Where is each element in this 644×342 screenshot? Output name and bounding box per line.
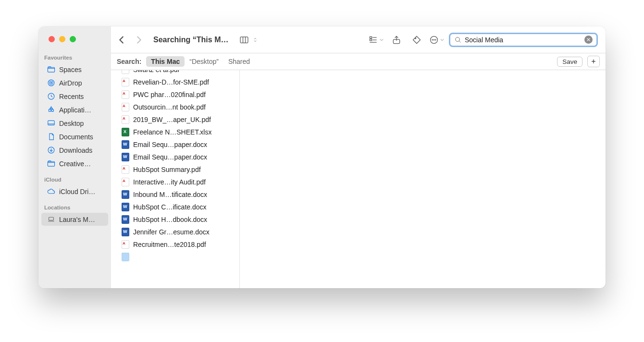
file-name: Freelance N…SHEET.xlsx xyxy=(133,128,211,136)
list-item[interactable]: HubSpot Summary.pdf xyxy=(111,163,239,176)
sidebar-item-label: Desktop xyxy=(59,120,84,127)
xlsx-file-icon xyxy=(122,128,129,136)
folder-icon xyxy=(47,65,55,73)
more-button[interactable] xyxy=(429,33,445,47)
svg-rect-17 xyxy=(370,39,372,40)
sidebar-item-label: Laura's M… xyxy=(59,216,95,223)
file-name: Swartz et al.pdf xyxy=(133,70,180,73)
pdf-file-icon xyxy=(122,78,129,86)
results-column[interactable]: Swartz et al.pdfRevelian-D…for-SME.pdfPW… xyxy=(111,70,240,288)
scope-this-mac[interactable]: This Mac xyxy=(146,56,185,67)
list-item[interactable]: Revelian-D…for-SME.pdf xyxy=(111,76,239,88)
list-item[interactable]: Email Sequ…paper.docx xyxy=(111,138,239,151)
docx-file-icon xyxy=(122,228,129,236)
group-icon xyxy=(368,35,379,45)
add-search-rule-button[interactable]: + xyxy=(587,56,600,67)
sidebar-heading: Locations xyxy=(38,203,111,212)
sidebar-item-icloud-dri-[interactable]: iCloud Dri… xyxy=(41,185,108,198)
tag-icon xyxy=(411,35,422,45)
sidebar-item-label: AirDrop xyxy=(59,79,82,87)
sidebar-item-documents[interactable]: Documents xyxy=(41,130,108,143)
toolbar: Searching “This M… xyxy=(111,26,606,53)
file-name: HubSpot C…ificate.docx xyxy=(133,203,207,211)
search-scope-label: Search: xyxy=(117,58,141,65)
list-item[interactable]: HubSpot C…ificate.docx xyxy=(111,201,239,213)
view-mode-button[interactable] xyxy=(236,35,261,45)
close-window-button[interactable] xyxy=(49,36,55,42)
main-pane: Searching “This M… xyxy=(111,26,606,288)
share-button[interactable] xyxy=(388,33,405,47)
sidebar-item-downloads[interactable]: Downloads xyxy=(41,144,108,157)
list-item[interactable]: Inbound M…tificate.docx xyxy=(111,188,239,201)
list-item[interactable]: Freelance N…SHEET.xlsx xyxy=(111,126,239,138)
file-name: Interactive…ity Audit.pdf xyxy=(133,178,206,186)
svg-point-22 xyxy=(415,37,416,38)
chevron-down-icon xyxy=(439,35,445,45)
list-item[interactable] xyxy=(111,251,239,263)
apps-icon xyxy=(47,106,55,114)
list-item[interactable]: Outsourcin…nt book.pdf xyxy=(111,101,239,113)
list-item[interactable]: Interactive…ity Audit.pdf xyxy=(111,176,239,188)
file-name: Inbound M…tificate.docx xyxy=(133,191,207,198)
sidebar-item-spaces[interactable]: Spaces xyxy=(41,63,108,76)
tags-button[interactable] xyxy=(409,33,425,47)
pdf-file-icon xyxy=(122,103,129,111)
sidebar-item-airdrop[interactable]: AirDrop xyxy=(41,76,108,89)
svg-rect-16 xyxy=(370,37,372,38)
sidebar-item-label: Creative… xyxy=(59,160,91,168)
back-button[interactable] xyxy=(115,33,128,47)
group-button[interactable] xyxy=(368,33,384,47)
list-item[interactable]: HubSpot H…dbook.docx xyxy=(111,213,239,226)
laptop-icon xyxy=(47,215,55,223)
minimize-window-button[interactable] xyxy=(59,36,65,42)
docx-file-icon xyxy=(122,215,129,224)
list-item[interactable]: Email Sequ…paper.docx xyxy=(111,151,239,163)
scope-shared[interactable]: Shared xyxy=(223,56,255,67)
window-title: Searching “This M… xyxy=(149,36,232,44)
doc-icon xyxy=(47,133,55,141)
svg-point-25 xyxy=(433,39,434,40)
clock-icon xyxy=(47,92,55,100)
file-name: Revelian-D…for-SME.pdf xyxy=(133,78,209,86)
file-name: 2019_BW_…aper_UK.pdf xyxy=(133,116,211,123)
sidebar-item-desktop[interactable]: Desktop xyxy=(41,117,108,130)
sidebar-item-laura-s-m-[interactable]: Laura's M… xyxy=(41,213,108,226)
list-item[interactable]: PWC phar…020final.pdf xyxy=(111,88,239,101)
svg-rect-5 xyxy=(49,110,51,111)
zoom-window-button[interactable] xyxy=(70,36,76,42)
save-search-button[interactable]: Save xyxy=(557,57,582,67)
pdf-file-icon xyxy=(122,115,129,124)
search-field[interactable] xyxy=(449,33,598,47)
svg-point-3 xyxy=(50,82,51,83)
file-name: HubSpot Summary.pdf xyxy=(133,166,201,173)
list-item[interactable]: Swartz et al.pdf xyxy=(111,70,239,76)
svg-rect-13 xyxy=(241,37,248,43)
pdf-file-icon xyxy=(122,70,129,74)
svg-point-26 xyxy=(435,39,436,40)
search-icon xyxy=(454,36,462,44)
svg-rect-11 xyxy=(49,217,54,220)
sidebar-item-applicati-[interactable]: Applicati… xyxy=(41,103,108,116)
pdf-file-icon xyxy=(122,178,129,186)
sidebar-item-creative-[interactable]: Creative… xyxy=(41,157,108,170)
share-icon xyxy=(391,35,402,45)
clear-search-button[interactable] xyxy=(584,36,593,44)
content-area: Swartz et al.pdfRevelian-D…for-SME.pdfPW… xyxy=(111,70,606,288)
download-icon xyxy=(47,146,55,154)
svg-point-27 xyxy=(456,37,460,41)
sidebar-item-label: Applicati… xyxy=(59,106,91,114)
search-input[interactable] xyxy=(465,36,582,44)
pdf-file-icon xyxy=(122,165,129,174)
window-controls xyxy=(38,36,111,53)
list-item[interactable]: Recruitmen…te2018.pdf xyxy=(111,238,239,251)
columns-icon xyxy=(239,35,249,45)
scope--desktop-[interactable]: “Desktop” xyxy=(185,56,223,67)
list-item[interactable]: 2019_BW_…aper_UK.pdf xyxy=(111,113,239,126)
file-name: Recruitmen…te2018.pdf xyxy=(133,241,206,248)
list-item[interactable]: Jennifer Gr…esume.docx xyxy=(111,226,239,238)
sidebar-item-recents[interactable]: Recents xyxy=(41,90,108,103)
finder-window: FavouritesSpacesAirDropRecentsApplicati…… xyxy=(38,26,606,288)
forward-button[interactable] xyxy=(132,33,146,47)
file-name: HubSpot H…dbook.docx xyxy=(133,216,207,223)
sidebar-heading: Favourites xyxy=(38,53,111,62)
